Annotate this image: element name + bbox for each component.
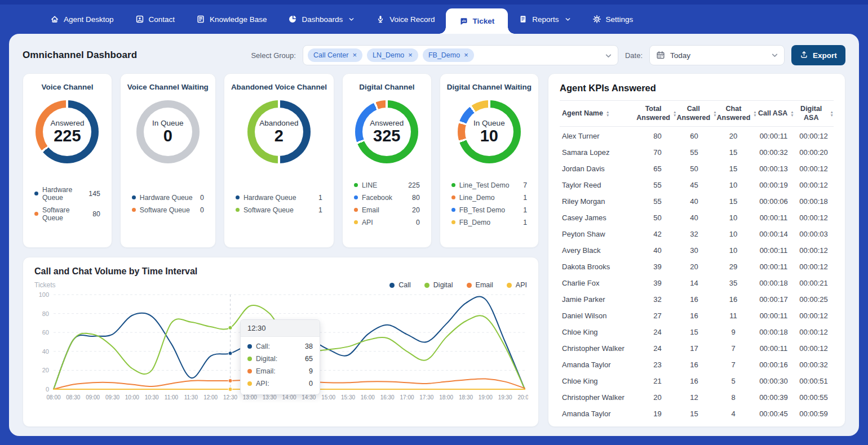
chip-remove-icon[interactable]: × [352,52,357,58]
home-icon [50,15,59,24]
chip-remove-icon[interactable]: × [464,52,468,58]
kpi-card-title: Voice Channel Waiting [127,83,209,91]
legend-label: Email [476,281,493,289]
svg-text:08:30: 08:30 [66,394,80,400]
nav-item-voice-record[interactable]: Voice Record [365,5,445,34]
kpi-legend-item: FB_Test Demo 1 [450,204,528,216]
answered-cell: 55 [675,148,713,157]
dashboard-content: Voice Channel Answered 225 Hardware Queu… [9,73,859,436]
chevron-down-icon [771,52,778,59]
pie-icon [288,15,297,24]
answered-cell: 65 [640,164,675,173]
agent-name-cell: Christopher Walker [560,344,640,353]
answered-cell: 10 [713,181,754,189]
nav-item-label: Reports [532,15,559,24]
svg-text:17:30: 17:30 [419,394,433,400]
column-header-call-answered[interactable]: Call Answered▲▼ [676,105,716,122]
group-chip-fb-demo[interactable]: FB_Demo× [423,48,474,62]
nav-item-ticket[interactable]: Ticket [446,8,508,34]
column-header-label: Call ASA [758,109,787,118]
answered-cell: 7 [713,344,754,353]
legend-dot-icon [451,183,455,187]
table-row: Jordan Davis65501500:00:1300:00:12 [560,161,834,177]
legend-dot-icon [354,220,358,224]
group-chip-ln-demo[interactable]: LN_Demo× [367,48,418,62]
legend-value: 145 [88,190,100,198]
nav-item-reports[interactable]: Reports [508,5,581,34]
svg-text:15:30: 15:30 [341,394,355,400]
nav-item-dashboards[interactable]: Dashboards [277,5,365,34]
table-row: Alex Turner80602000:00:1100:00:12 [560,128,834,144]
asa-cell: 00:00:32 [794,361,834,369]
date-select[interactable]: Today [649,45,785,65]
table-header-row: Agent Name▲▼Total Answered▲▼Call Answere… [560,100,834,127]
legend-value: 0 [200,206,204,214]
legend-label: Digital [433,281,453,289]
agent-name-cell: Jordan Davis [560,164,640,173]
donut-chart: Answered 225 [36,100,99,163]
answered-cell: 70 [640,148,675,157]
answered-cell: 20 [675,262,713,271]
answered-cell: 15 [713,148,754,157]
nav-item-contact[interactable]: Contact [125,5,186,34]
answered-cell: 40 [675,197,713,206]
answered-cell: 32 [675,230,713,238]
svg-text:16:00: 16:00 [361,394,375,400]
svg-text:19:30: 19:30 [498,394,512,400]
answered-cell: 42 [640,230,675,238]
donut-center-value: 2 [274,127,284,144]
nav-item-knowledge-base[interactable]: Knowledge Base [185,5,277,34]
legend-value: 1 [523,219,527,226]
table-row: Charlie Fox39143500:00:1800:00:21 [560,275,834,291]
chip-remove-icon[interactable]: × [408,52,413,58]
nav-item-settings[interactable]: Settings [582,5,644,34]
column-header-agent-name[interactable]: Agent Name▲▼ [560,109,636,118]
group-chip-call-center[interactable]: Call Center× [308,48,362,62]
sort-icon[interactable]: ▲▼ [790,110,794,117]
table-row: Samara Lopez70551500:00:3200:00:20 [560,144,834,161]
column-header-chat-answered[interactable]: Chat Answered▲▼ [717,105,757,122]
answered-cell: 55 [640,181,675,189]
answered-cell: 50 [675,164,713,173]
chart-legend-item-digital[interactable]: Digital [424,281,453,289]
legend-dot-icon [451,208,455,212]
column-header-digital-asa[interactable]: Digital ASA▲▼ [795,105,834,122]
agent-name-cell: Avery Black [560,246,640,255]
sort-icon[interactable]: ▲▼ [830,110,834,117]
sort-icon[interactable]: ▲▼ [606,110,609,117]
table-row: Taylor Reed55451000:00:1900:00:12 [560,177,834,193]
asa-cell: 00:00:32 [754,148,794,157]
kpi-legend-item: FB_Demo 1 [450,216,528,229]
answered-cell: 4 [713,410,754,418]
agent-name-cell: Charlie Fox [560,279,640,287]
legend-label: Call [398,281,411,289]
answered-cell: 10 [713,213,754,222]
answered-cell: 11 [713,312,754,320]
legend-value: 1 [523,206,527,214]
donut-center: Abandoned 2 [255,108,303,156]
chart-legend-item-api[interactable]: API [507,281,527,289]
donut-center-label: Abandoned [259,119,298,127]
chip-label: Call Center [313,51,349,59]
chart-legend: CallDigitalEmailAPI [389,281,527,289]
donut-chart: Abandoned 2 [247,100,311,163]
chevron-down-icon [605,52,612,59]
answered-cell: 10 [713,230,754,238]
kpi-legend-item: Email 20 [353,204,421,216]
export-button[interactable]: Export [791,45,845,65]
chart-legend-item-call[interactable]: Call [389,281,411,289]
column-header-call-asa[interactable]: Call ASA▲▼ [757,109,795,118]
nav-item-label: Agent Desktop [64,15,114,24]
column-header-total-answered[interactable]: Total Answered▲▼ [636,105,676,122]
legend-label: API [516,281,527,289]
chart-legend-item-email[interactable]: Email [467,281,493,289]
asa-cell: 00:00:11 [754,312,794,320]
answered-cell: 12 [675,393,713,402]
kpi-legend-item: Hardware Queue 0 [131,192,205,204]
nav-item-agent-desktop[interactable]: Agent Desktop [39,5,125,34]
group-multi-select[interactable]: Call Center×LN_Demo×FB_Demo× [303,45,618,65]
answered-cell: 35 [713,279,754,287]
date-label: Date: [625,51,643,60]
agent-name-cell: Peyton Shaw [560,230,640,238]
left-column: Voice Channel Answered 225 Hardware Queu… [23,73,539,427]
